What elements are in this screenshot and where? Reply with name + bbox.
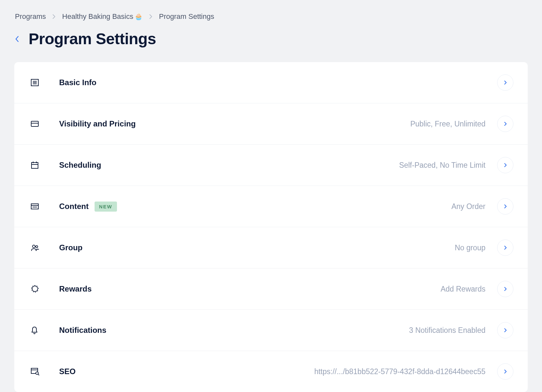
content-icon (31, 203, 41, 210)
row-basic-info[interactable]: Basic Info (14, 62, 528, 103)
breadcrumb-current: Program Settings (159, 12, 214, 21)
row-value: https://.../b81bb522-5779-432f-8dda-d126… (314, 367, 485, 376)
page-header: Program Settings (14, 30, 528, 48)
row-label: Scheduling (59, 161, 101, 170)
svg-rect-4 (31, 121, 38, 126)
breadcrumb: Programs Healthy Baking Basics🧁 Program … (14, 12, 528, 21)
breadcrumb-programs[interactable]: Programs (15, 12, 46, 21)
rewards-icon (31, 285, 41, 293)
svg-rect-6 (32, 163, 38, 168)
back-button[interactable] (15, 35, 19, 43)
svg-rect-10 (31, 204, 38, 209)
chevron-right-icon[interactable] (497, 363, 513, 380)
chevron-right-icon (149, 14, 152, 19)
chevron-right-icon[interactable] (497, 198, 513, 215)
chevron-right-icon[interactable] (497, 74, 513, 91)
svg-point-14 (36, 246, 38, 248)
row-scheduling[interactable]: Scheduling Self-Paced, No Time Limit (14, 145, 528, 186)
calendar-icon (31, 161, 41, 169)
row-value: Add Rewards (441, 285, 485, 294)
group-icon (31, 244, 41, 252)
svg-point-13 (32, 245, 35, 248)
chevron-right-icon[interactable] (497, 157, 513, 173)
row-content[interactable]: Content NEW Any Order (14, 186, 528, 227)
settings-card: Basic Info Visibility and Pricing Public… (14, 62, 528, 392)
row-label: SEO (59, 367, 76, 376)
row-value: Public, Free, Unlimited (410, 120, 485, 128)
row-value: Any Order (451, 202, 485, 211)
chevron-right-icon[interactable] (497, 322, 513, 338)
row-label: Content (59, 202, 89, 211)
page-title: Program Settings (29, 30, 156, 48)
row-value: 3 Notifications Enabled (409, 326, 485, 335)
seo-icon (31, 367, 41, 376)
row-value: Self-Paced, No Time Limit (399, 161, 485, 170)
breadcrumb-program-name[interactable]: Healthy Baking Basics🧁 (62, 12, 143, 21)
row-label: Visibility and Pricing (59, 119, 136, 128)
bell-icon (31, 326, 41, 334)
svg-line-18 (38, 374, 39, 375)
row-value: No group (455, 243, 485, 252)
row-label: Rewards (59, 284, 92, 294)
chevron-right-icon (52, 14, 56, 19)
chevron-right-icon[interactable] (497, 116, 513, 132)
row-label: Group (59, 243, 83, 252)
row-label: Notifications (59, 326, 106, 335)
list-icon (31, 78, 41, 87)
new-badge: NEW (95, 202, 117, 212)
chevron-right-icon[interactable] (497, 240, 513, 256)
row-visibility-pricing[interactable]: Visibility and Pricing Public, Free, Unl… (14, 103, 528, 145)
row-label: Basic Info (59, 78, 97, 87)
row-rewards[interactable]: Rewards Add Rewards (14, 268, 528, 310)
cupcake-icon: 🧁 (135, 13, 143, 20)
chevron-right-icon[interactable] (497, 281, 513, 297)
credit-card-icon (31, 120, 41, 127)
row-notifications[interactable]: Notifications 3 Notifications Enabled (14, 310, 528, 351)
row-group[interactable]: Group No group (14, 227, 528, 268)
row-seo[interactable]: SEO https://.../b81bb522-5779-432f-8dda-… (14, 351, 528, 392)
